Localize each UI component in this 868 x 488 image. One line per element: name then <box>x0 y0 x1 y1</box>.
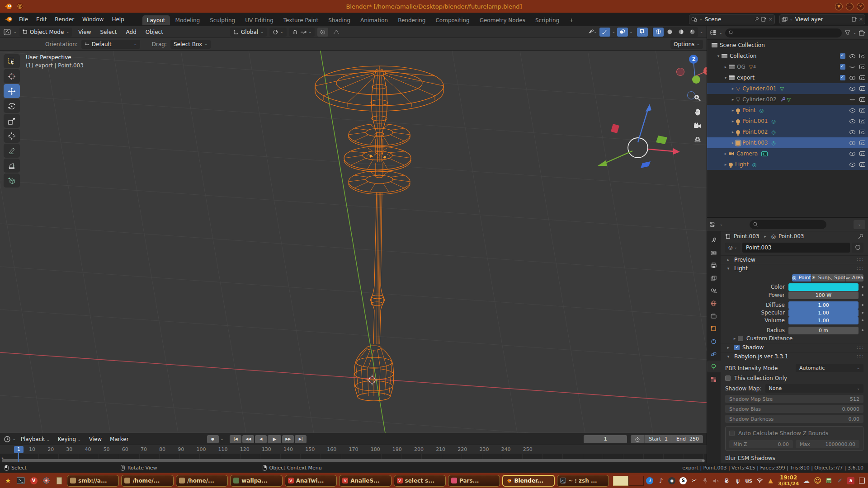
render-visibility-icon[interactable] <box>859 130 865 134</box>
updates-tray-icon[interactable]: ▲ <box>767 477 774 484</box>
light-type-spot[interactable]: ◺ Spot <box>828 274 846 282</box>
expand-arrow-icon[interactable]: ▸ <box>722 162 729 167</box>
jump-to-end-button[interactable]: ▶| <box>295 435 307 443</box>
properties-editor-icon[interactable] <box>710 221 717 228</box>
animate-dot-icon[interactable] <box>862 319 863 321</box>
specular-slider[interactable]: 1.00 <box>788 309 859 317</box>
workspace-tab-geometrynodes[interactable]: Geometry Nodes <box>475 15 530 25</box>
skype-tray-icon[interactable]: S <box>679 477 687 484</box>
frame-end-field[interactable]: End250 <box>672 435 703 443</box>
menu-marker[interactable]: Marker <box>107 435 132 443</box>
playhead-line[interactable] <box>18 453 19 462</box>
outliner-row-cylinder001[interactable]: ▸ ▽ Cylinder.001 ▽ <box>707 83 868 94</box>
play-button[interactable]: ▶ <box>268 435 281 443</box>
taskbar-window-pars[interactable]: Pars... <box>448 475 500 487</box>
falloff-curve-icon[interactable] <box>331 28 342 37</box>
tool-rotate[interactable] <box>4 99 20 113</box>
volume-slider[interactable]: 1.00 <box>788 317 859 324</box>
auto-keying-toggle[interactable]: ● <box>207 435 219 443</box>
expand-arrow-icon[interactable]: ▸ <box>730 86 736 91</box>
microphone-tray-icon[interactable] <box>702 478 708 484</box>
wifi-tray-icon[interactable] <box>756 478 763 483</box>
menu-view-timeline[interactable]: View <box>86 435 105 443</box>
shadow-checkbox[interactable] <box>734 345 740 350</box>
animate-dot-icon[interactable] <box>862 329 863 331</box>
volume-tray-icon[interactable] <box>712 478 719 483</box>
menu-help[interactable]: Help <box>108 15 127 24</box>
outliner-row-point001[interactable]: ▸ Point.001 ◎ <box>707 116 868 127</box>
tool-annotate[interactable] <box>4 144 20 158</box>
outliner-row-scene-collection[interactable]: Scene Collection <box>707 40 868 51</box>
tool-scale[interactable] <box>4 114 20 128</box>
workspace-pager[interactable] <box>613 476 644 486</box>
breadcrumb-object[interactable]: Point.003 <box>734 233 760 239</box>
viewlayer-selector[interactable]: ⌄ ViewLayer × <box>779 14 865 24</box>
new-collection-icon[interactable] <box>859 30 865 36</box>
taskbar-window-select[interactable]: Vselect s... <box>394 475 446 487</box>
outliner-row-point003[interactable]: ▸ Point.003 ◎ <box>707 137 868 148</box>
grid-view-icon[interactable] <box>692 134 703 145</box>
proportional-editing-toggle[interactable] <box>317 28 328 37</box>
workspace-tab-texturepaint[interactable]: Texture Paint <box>279 15 323 25</box>
taskbar-window-analies[interactable]: VAnalieS... <box>339 475 391 487</box>
tab-physics[interactable] <box>707 348 721 360</box>
menu-playback[interactable]: Playback ⌄ <box>18 435 53 443</box>
bluetooth-tray-icon[interactable]: Ƀ <box>723 477 730 484</box>
transform-orientation-dropdown[interactable]: Global ⌄ <box>230 28 267 37</box>
pan-hand-icon[interactable] <box>692 106 703 117</box>
hidden-eye-icon[interactable] <box>849 65 855 68</box>
menu-object[interactable]: Object <box>142 28 166 36</box>
menu-star-icon[interactable]: ★ <box>3 475 13 486</box>
hide-eye-icon[interactable] <box>849 141 855 145</box>
clock[interactable]: 19:02 3/31/24 <box>778 475 799 487</box>
pin-icon[interactable] <box>858 234 863 239</box>
tab-object-data-light[interactable] <box>707 361 721 372</box>
new-viewlayer-icon[interactable] <box>852 17 857 22</box>
current-frame-field[interactable]: 1 <box>584 435 627 443</box>
tool-transform[interactable] <box>4 129 20 143</box>
minimize-button[interactable]: ─ <box>846 3 854 10</box>
window-placeholder-tray-icon[interactable] <box>859 478 865 483</box>
xray-toggle[interactable] <box>637 28 648 37</box>
outliner-row-og[interactable]: ▸ OG ▽ 4 <box>707 61 868 72</box>
calculator-tray-icon[interactable] <box>826 478 832 483</box>
filter-icon[interactable] <box>844 30 850 36</box>
use-preview-range-toggle[interactable] <box>631 435 645 443</box>
outliner-display-mode-icon[interactable] <box>710 30 717 36</box>
workspace-tab-shading[interactable]: Shading <box>324 15 355 25</box>
light-type-point[interactable]: ◎ Point <box>792 274 811 282</box>
dictionary-tray-icon[interactable]: a <box>847 477 854 484</box>
taskbar-window-blender[interactable]: Blender... <box>502 475 554 487</box>
tool-add-cube[interactable] <box>4 174 20 188</box>
render-visibility-icon[interactable] <box>859 86 865 91</box>
camera-view-icon[interactable] <box>692 120 703 131</box>
taskbar-window-zsh[interactable]: >_ ~ : zsh ... <box>557 475 609 487</box>
light-type-area[interactable]: ▱ Area <box>846 274 863 282</box>
workspace-tab-uvediting[interactable]: UV Editing <box>241 15 278 25</box>
expand-arrow-icon[interactable]: ▸ <box>730 119 736 123</box>
menu-window[interactable]: Window <box>79 15 107 24</box>
play-reverse-button[interactable]: ◀ <box>255 435 267 443</box>
network-app-tray-icon[interactable]: ◆ <box>668 477 675 484</box>
menu-file[interactable]: File <box>15 15 32 24</box>
outliner-row-camera[interactable]: ▸ Camera <box>707 148 868 159</box>
workspace-tab-rendering[interactable]: Rendering <box>393 15 430 25</box>
properties-search-input[interactable] <box>750 220 826 229</box>
expand-arrow-icon[interactable]: ▸ <box>730 130 736 134</box>
workspace-tab-modeling[interactable]: Modeling <box>171 15 205 25</box>
taskbar-window-wallpaper[interactable]: wallpa... <box>230 475 282 487</box>
options-dropdown[interactable]: Options ⌄ <box>670 40 703 49</box>
jump-to-start-button[interactable]: |◀ <box>230 435 241 443</box>
custom-distance-checkbox[interactable] <box>738 336 743 341</box>
expand-arrow-icon[interactable]: ▸ <box>730 97 736 102</box>
drag-handle-icon[interactable]: ∷∷ <box>857 345 863 350</box>
light-color-swatch[interactable] <box>788 283 859 291</box>
pbr-mode-dropdown[interactable]: Automatic ⌄ <box>796 364 863 372</box>
properties-filter-dropdown[interactable]: ⌄ <box>854 220 865 229</box>
breadcrumb-data[interactable]: Point.003 <box>778 233 804 239</box>
hide-eye-icon[interactable] <box>849 87 855 91</box>
workspace-tab-layout[interactable]: Layout <box>142 15 170 25</box>
usb-tray-icon[interactable]: ψ <box>734 477 741 484</box>
hide-eye-icon[interactable] <box>849 54 855 58</box>
shading-material-button[interactable] <box>675 28 686 37</box>
